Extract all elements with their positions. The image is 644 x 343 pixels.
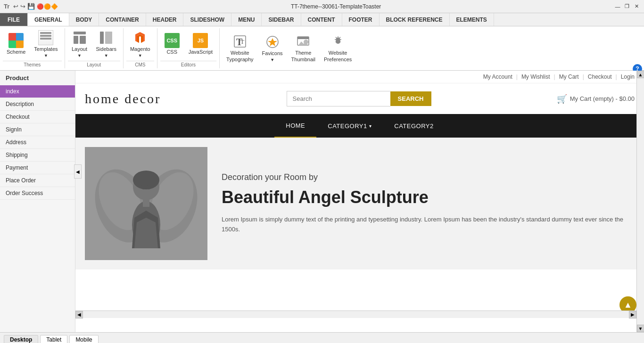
cart-text: My Cart (empty) - $0.00: [570, 95, 635, 102]
scroll-up-arrow[interactable]: ▲: [637, 71, 644, 78]
nav-item-category2[interactable]: CATEGORY2: [383, 114, 445, 138]
sidebar-title: Product: [0, 71, 75, 85]
login-link[interactable]: Login: [621, 74, 635, 80]
ribbon-group-website-tools: T T Website Typography Favicons ▼: [220, 28, 358, 68]
bottom-bar: Desktop Tablet Mobile: [0, 332, 644, 343]
sidebars-label: Sidebars: [96, 46, 116, 52]
scheme-label: Scheme: [7, 49, 25, 55]
tab-container[interactable]: CONTAINER: [99, 13, 146, 26]
theme-thumbnail-button[interactable]: Theme Thumbnail: [288, 32, 319, 64]
sidebar: Product index Description Checkout SignI…: [0, 71, 75, 332]
tab-header[interactable]: HEADER: [146, 13, 184, 26]
layout-group-label: Layout: [68, 61, 120, 68]
svg-rect-10: [297, 37, 309, 39]
preferences-icon: [330, 34, 346, 49]
sidebar-item-checkout[interactable]: Checkout: [0, 111, 75, 123]
sidebar-item-description[interactable]: Description: [0, 98, 75, 111]
hero-image: [85, 147, 207, 260]
category1-dropdown-arrow: ▾: [369, 123, 372, 129]
magento-label: Magento: [130, 46, 150, 52]
sidebar-item-address[interactable]: Address: [0, 136, 75, 149]
magento-icon: [132, 30, 148, 45]
preview-inner: My Account | My Wishlist | My Cart | Che…: [75, 71, 644, 332]
preview-header-main: home decor SEARCH 🛒 My Cart (empty) - $0…: [75, 83, 644, 114]
tab-menu[interactable]: MENU: [231, 13, 262, 26]
tab-general[interactable]: GENERAL: [28, 13, 69, 26]
layout-icon: [72, 30, 87, 45]
preview-hero: Decoration your Room by Beautiful Angel …: [75, 138, 644, 270]
my-cart-link[interactable]: My Cart: [559, 74, 579, 80]
thumbnail-icon: [296, 34, 311, 49]
right-scrollbar[interactable]: ▲ ▼: [636, 71, 644, 332]
scroll-down-arrow[interactable]: ▼: [637, 325, 644, 332]
search-button[interactable]: SEARCH: [390, 91, 431, 106]
templates-button[interactable]: Templates ▼: [30, 28, 61, 60]
magento-button[interactable]: Magento ▼: [126, 28, 154, 60]
preferences-label: Website Preferences: [324, 50, 352, 62]
ribbon-content: Scheme Templates ▼ Themes: [0, 26, 644, 70]
svg-point-19: [133, 171, 159, 189]
tab-sidebar[interactable]: SIDEBAR: [262, 13, 301, 26]
ribbon-group-layout-items: Layout ▼ Sidebars ▼: [68, 28, 120, 60]
desktop-view-button[interactable]: Desktop: [4, 335, 38, 343]
layout-button[interactable]: Layout ▼: [68, 28, 91, 60]
typography-icon: T T: [232, 34, 248, 49]
tab-footer[interactable]: FOOTER: [342, 13, 380, 26]
undo-icon[interactable]: ↩: [13, 3, 18, 10]
website-preferences-button[interactable]: Website Preferences: [320, 32, 355, 64]
nav-item-home[interactable]: HOME: [274, 114, 316, 138]
sidebar-item-order-success[interactable]: Order Success: [0, 187, 75, 200]
sidebars-button[interactable]: Sidebars ▼: [92, 28, 120, 60]
cart-info[interactable]: 🛒 My Cart (empty) - $0.00: [557, 94, 635, 104]
templates-dropdown-arrow: ▼: [44, 53, 48, 58]
scroll-left-arrow[interactable]: ◀: [75, 311, 83, 318]
favicons-button[interactable]: Favicons ▼: [258, 33, 287, 64]
sidebar-collapse-button[interactable]: ◀: [74, 164, 82, 179]
layout-label: Layout: [72, 46, 87, 52]
scheme-button[interactable]: Scheme: [3, 31, 29, 57]
tab-block-reference[interactable]: BLOCK REFERENCE: [380, 13, 450, 26]
css-button[interactable]: CSS CSS: [160, 31, 184, 57]
svg-text:T: T: [240, 38, 244, 45]
scroll-right-arrow[interactable]: ▶: [629, 311, 636, 318]
tab-file[interactable]: FILE: [0, 13, 28, 26]
hero-description: Lorem Ipsum is simply dummy text of the …: [222, 215, 635, 235]
ribbon-group-website-items: T T Website Typography Favicons ▼: [223, 28, 355, 68]
thumbnail-label: Theme Thumbnail: [291, 50, 315, 62]
tablet-view-button[interactable]: Tablet: [40, 335, 67, 343]
toolbar-extra-icons: 🔴🟠🔶: [37, 3, 58, 10]
javascript-button[interactable]: JS JavaScript: [185, 31, 216, 57]
svg-rect-3: [100, 32, 104, 44]
my-account-link[interactable]: My Account: [483, 74, 512, 80]
ribbon-group-themes: Scheme Templates ▼ Themes: [0, 28, 65, 68]
svg-rect-1: [74, 36, 78, 44]
sidebar-item-shipping[interactable]: Shipping: [0, 149, 75, 162]
nav-item-category1[interactable]: CATEGORY1 ▾: [316, 114, 383, 138]
sidebar-item-signin[interactable]: SignIn: [0, 123, 75, 136]
search-bar: SEARCH: [287, 91, 431, 106]
editors-group-label: Editors: [160, 61, 216, 68]
tab-content[interactable]: CONTENT: [301, 13, 342, 26]
site-logo: home decor: [85, 91, 161, 106]
window-controls[interactable]: — ❐ ✕: [614, 3, 640, 10]
close-button[interactable]: ✕: [633, 3, 640, 10]
mobile-view-button[interactable]: Mobile: [69, 335, 98, 343]
maximize-button[interactable]: ❐: [623, 3, 631, 10]
favicons-icon: [265, 34, 280, 49]
website-typography-button[interactable]: T T Website Typography: [223, 32, 257, 64]
my-wishlist-link[interactable]: My Wishlist: [521, 74, 550, 80]
tab-elements[interactable]: ELEMENTS: [450, 13, 494, 26]
minimize-button[interactable]: —: [614, 3, 621, 10]
checkout-link[interactable]: Checkout: [588, 74, 612, 80]
sidebar-item-payment[interactable]: Payment: [0, 162, 75, 174]
css-label: CSS: [166, 49, 177, 55]
svg-rect-2: [80, 36, 86, 44]
tab-body[interactable]: BODY: [69, 13, 99, 26]
tab-slideshow[interactable]: SLIDESHOW: [183, 13, 231, 26]
redo-icon[interactable]: ↪: [20, 3, 25, 10]
save-icon[interactable]: 💾: [27, 3, 35, 10]
svg-point-20: [141, 185, 145, 189]
sidebar-item-place-order[interactable]: Place Order: [0, 174, 75, 187]
sidebar-item-index[interactable]: index: [0, 85, 75, 98]
search-input[interactable]: [287, 91, 390, 106]
